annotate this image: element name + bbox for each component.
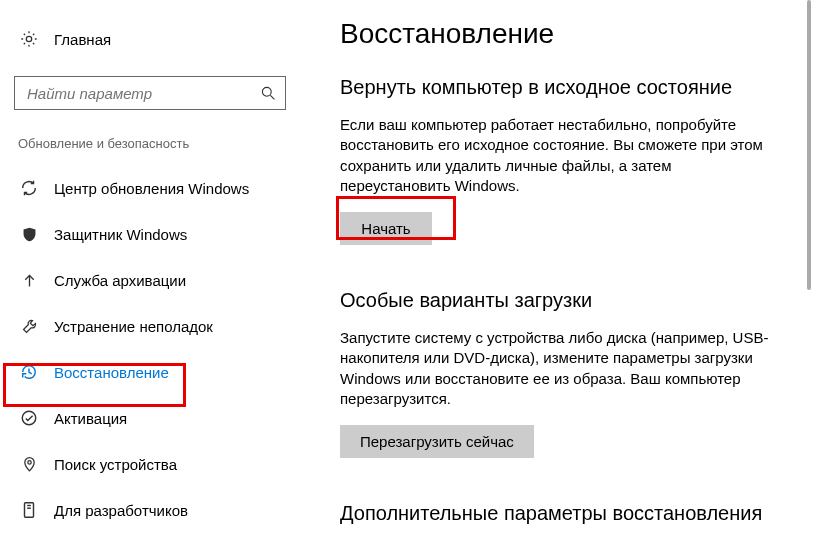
sidebar-item-activation[interactable]: Активация xyxy=(10,395,290,441)
section-advanced-startup: Особые варианты загрузки Запустите систе… xyxy=(340,289,787,458)
sidebar-item-troubleshoot[interactable]: Устранение неполадок xyxy=(10,303,290,349)
section-body: Если ваш компьютер работает нестабильно,… xyxy=(340,115,770,196)
sidebar-item-label: Служба архивации xyxy=(54,272,186,289)
content-pane: Восстановление Вернуть компьютер в исход… xyxy=(300,0,817,549)
sidebar-item-label: Для разработчиков xyxy=(54,502,188,519)
check-circle-icon xyxy=(18,407,40,429)
sidebar-item-label: Защитник Windows xyxy=(54,226,187,243)
sidebar-item-label: Устранение неполадок xyxy=(54,318,213,335)
sidebar-item-label: Активация xyxy=(54,410,127,427)
sidebar-item-backup[interactable]: Служба архивации xyxy=(10,257,290,303)
section-more-recovery: Дополнительные параметры восстановления xyxy=(340,502,787,525)
section-heading: Дополнительные параметры восстановления xyxy=(340,502,787,525)
search-input[interactable] xyxy=(25,84,259,103)
svg-point-4 xyxy=(22,411,36,425)
sidebar-item-label: Восстановление xyxy=(54,364,169,381)
sidebar-item-find-device[interactable]: Поиск устройства xyxy=(10,441,290,487)
page-title: Восстановление xyxy=(340,18,787,50)
developer-icon xyxy=(18,499,40,521)
settings-sidebar: Главная Обновление и безопасность Центр … xyxy=(0,0,300,549)
section-body: Запустите систему с устройства либо диск… xyxy=(340,328,770,409)
svg-line-2 xyxy=(270,95,274,99)
wrench-icon xyxy=(18,315,40,337)
content-scrollbar[interactable] xyxy=(807,0,811,290)
sidebar-item-developers[interactable]: Для разработчиков xyxy=(10,487,290,533)
section-heading: Вернуть компьютер в исходное состояние xyxy=(340,76,787,99)
reset-start-button[interactable]: Начать xyxy=(340,212,432,245)
sidebar-item-recovery[interactable]: Восстановление xyxy=(10,349,290,395)
sidebar-item-windows-update[interactable]: Центр обновления Windows xyxy=(10,165,290,211)
sidebar-item-label: Поиск устройства xyxy=(54,456,177,473)
upload-arrow-icon xyxy=(18,269,40,291)
sidebar-home-label: Главная xyxy=(54,31,111,48)
svg-point-1 xyxy=(262,87,271,96)
location-icon xyxy=(18,453,40,475)
section-reset-pc: Вернуть компьютер в исходное состояние Е… xyxy=(340,76,787,245)
history-icon xyxy=(18,361,40,383)
gear-icon xyxy=(18,28,40,50)
search-box[interactable] xyxy=(14,76,286,110)
sidebar-item-defender[interactable]: Защитник Windows xyxy=(10,211,290,257)
svg-point-5 xyxy=(27,460,30,463)
search-icon xyxy=(259,84,277,102)
svg-point-0 xyxy=(26,36,31,41)
restart-now-button[interactable]: Перезагрузить сейчас xyxy=(340,425,534,458)
sidebar-section-label: Обновление и безопасность xyxy=(10,136,290,151)
shield-icon xyxy=(18,223,40,245)
sidebar-item-label: Центр обновления Windows xyxy=(54,180,249,197)
sync-icon xyxy=(18,177,40,199)
sidebar-home[interactable]: Главная xyxy=(10,20,290,58)
section-heading: Особые варианты загрузки xyxy=(340,289,787,312)
